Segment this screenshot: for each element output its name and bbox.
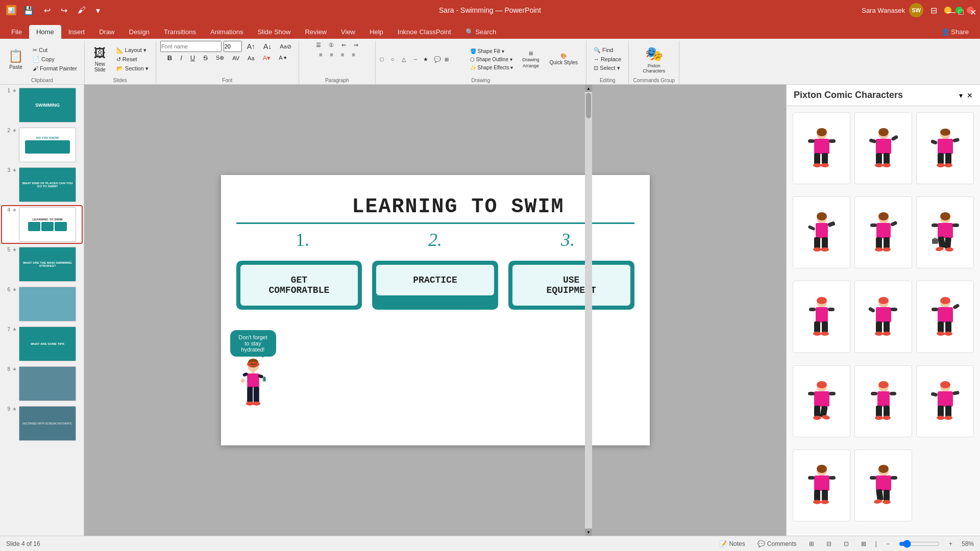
vertical-scrollbar[interactable]: ▲ ▼ (585, 85, 592, 536)
tab-help[interactable]: Help (362, 25, 390, 39)
section-button[interactable]: 📂 Section ▾ (113, 64, 152, 73)
scroll-thumb[interactable] (586, 93, 591, 118)
pixton-char-13[interactable] (793, 449, 850, 521)
tab-inknoe[interactable]: Inknoe ClassPoint (390, 25, 458, 39)
pixton-char-2[interactable] (854, 112, 912, 184)
pixton-char-3[interactable] (916, 112, 974, 184)
user-avatar[interactable]: SW (909, 3, 923, 17)
pixton-char-7[interactable] (793, 281, 850, 353)
slide-thumb-2[interactable]: 2 ★ DO YOU KNOW (2, 127, 82, 163)
bold-button[interactable]: B (164, 53, 175, 63)
zoom-out-button[interactable]: − (883, 539, 893, 548)
quick-styles-button[interactable]: 🎨 Quick Styles (545, 46, 582, 72)
tab-draw[interactable]: Draw (92, 25, 121, 39)
cut-button[interactable]: ✂ Cut (30, 46, 80, 55)
pixton-dropdown-button[interactable]: ▾ (959, 91, 963, 99)
highlight-button[interactable]: A✦ (276, 54, 290, 62)
shape-call-button[interactable]: 💬 (433, 56, 444, 63)
notes-button[interactable]: 📝 Notes (716, 539, 748, 548)
font-shrink-button[interactable]: A↓ (260, 41, 275, 52)
slide-thumb-6[interactable]: 6 ★ (2, 286, 82, 322)
zoom-slider[interactable] (899, 540, 940, 548)
tab-slideshow[interactable]: Slide Show (250, 25, 298, 39)
undo-button[interactable]: ↩ (41, 5, 54, 16)
slide-thumb-1[interactable]: 1 ★ SWIMMING (2, 87, 82, 123)
text-shadow-button[interactable]: S⊕ (213, 54, 227, 62)
shape-star-button[interactable]: ★ (423, 56, 433, 63)
arrange-button[interactable]: ⊞ (444, 56, 454, 63)
tab-animations[interactable]: Animations (203, 25, 250, 39)
slide-thumb-4[interactable]: 4 ★ LEARNING TO SWIM (2, 206, 82, 243)
shape-fill-button[interactable]: 🪣 Shape Fill ▾ (467, 47, 517, 55)
reset-button[interactable]: ↺ Reset (113, 55, 152, 64)
justify-button[interactable]: ≡ (349, 51, 358, 59)
shape-outline-button[interactable]: ⬡ Shape Outline ▾ (467, 56, 517, 63)
tab-design[interactable]: Design (122, 25, 157, 39)
new-slide-button[interactable]: 🖼 NewSlide (89, 43, 111, 76)
layout-button[interactable]: 📐 Layout ▾ (113, 46, 152, 55)
numbering-button[interactable]: ① (326, 41, 337, 49)
char-spacing-button[interactable]: AV (229, 54, 242, 62)
format-painter-button[interactable]: 🖌 Format Painter (30, 64, 80, 72)
shape-arrow-button[interactable]: → (412, 56, 422, 63)
arrange-big-button[interactable]: ⊞ Drawing Arrange (518, 46, 543, 72)
maximize-button[interactable]: □ (955, 7, 963, 14)
pixton-char-10[interactable] (793, 365, 850, 437)
pixton-button[interactable]: 🎭 PixtonCharacters (639, 43, 669, 76)
tab-insert[interactable]: Insert (61, 25, 92, 39)
shape-rect-button[interactable]: □ (380, 56, 390, 63)
scroll-up[interactable]: ▲ (585, 85, 592, 92)
align-left-button[interactable]: ≡ (316, 51, 325, 59)
slide-thumb-3[interactable]: 3 ★ WHAT KIND OF PLACES CAN YOU GO TO SW… (2, 166, 82, 203)
slide-thumb-5[interactable]: 5 ★ WHAT ARE THE MAIN SWIMMING STROKES? (2, 246, 82, 283)
increase-indent-button[interactable]: ⇒ (351, 41, 361, 49)
slide-thumb-8[interactable]: 8 ★ (2, 365, 82, 402)
font-size-input[interactable] (224, 41, 242, 52)
tab-home[interactable]: Home (29, 25, 61, 39)
copy-button[interactable]: 📄 Copy (30, 55, 80, 64)
shape-oval-button[interactable]: ○ (390, 56, 401, 63)
close-button[interactable]: ✕ (967, 7, 974, 14)
strikethrough-button[interactable]: S (200, 53, 211, 63)
font-name-input[interactable] (160, 41, 222, 52)
pixton-char-6[interactable] (916, 196, 974, 268)
comments-button[interactable]: 💬 Comments (754, 539, 800, 548)
pixton-close-button[interactable]: ✕ (967, 91, 973, 99)
bullets-button[interactable]: ☰ (313, 41, 324, 49)
tab-share[interactable]: 👤 Share (934, 25, 976, 39)
canvas-area[interactable]: Don't forget to stay hydrated! ♥ (84, 85, 786, 536)
view-slides-button[interactable]: ⊟ (823, 539, 835, 548)
align-right-button[interactable]: ≡ (338, 51, 347, 59)
replace-button[interactable]: ↔ Replace (591, 55, 624, 63)
tab-transitions[interactable]: Transitions (157, 25, 203, 39)
zoom-in-button[interactable]: + (946, 539, 955, 548)
font-grow-button[interactable]: A↑ (244, 41, 258, 52)
pixton-char-8[interactable] (854, 281, 912, 353)
underline-button[interactable]: U (187, 53, 198, 63)
change-case-button[interactable]: Aa (244, 54, 257, 62)
pixton-char-5[interactable] (854, 196, 912, 268)
slide-thumb-7[interactable]: 7 ★ WHAT ARE SOME TIPS (2, 325, 82, 362)
redo-button[interactable]: ↪ (58, 5, 70, 16)
customize-button[interactable]: 🖌 (75, 5, 89, 16)
tab-view[interactable]: View (334, 25, 362, 39)
more-button[interactable]: ▾ (93, 5, 103, 16)
tab-review[interactable]: Review (298, 25, 334, 39)
decrease-indent-button[interactable]: ⇐ (338, 41, 349, 49)
italic-button[interactable]: I (177, 53, 185, 63)
scroll-down[interactable]: ▼ (585, 529, 592, 536)
shape-tri-button[interactable]: △ (401, 56, 411, 63)
tab-search[interactable]: 🔍 Search (458, 25, 504, 39)
slide-thumb-9[interactable]: 9 ★ RECORDED WITH SCREENCASTOMATIC (2, 405, 82, 442)
view-reading-button[interactable]: ⊡ (841, 539, 852, 548)
clear-format-button[interactable]: Aa⊘ (277, 42, 294, 51)
save-button[interactable]: 💾 (20, 5, 37, 16)
tab-file[interactable]: File (4, 25, 29, 39)
view-presenter-button[interactable]: ⊠ (858, 539, 869, 548)
pixton-char-11[interactable] (854, 365, 912, 437)
ribbon-display-button[interactable]: ⊟ (927, 5, 940, 16)
font-color-button[interactable]: A▾ (260, 53, 274, 63)
select-button[interactable]: ⊡ Select ▾ (591, 64, 624, 72)
pixton-char-9[interactable] (916, 281, 974, 353)
pixton-char-12[interactable] (916, 365, 974, 437)
